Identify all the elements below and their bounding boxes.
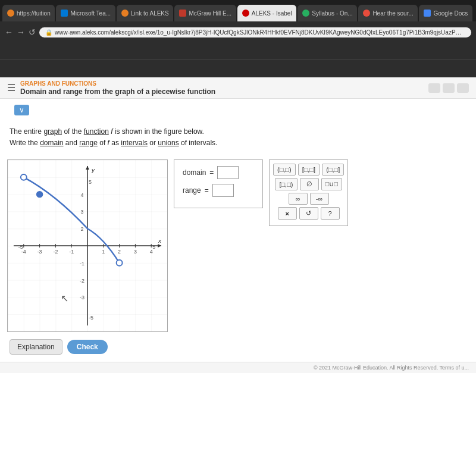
aleks-footer: © 2021 McGraw-Hill Education. All Rights… [0, 362, 476, 373]
tab-label-syllabus: Syllabus - On... [312, 10, 352, 17]
bookmark-bar [0, 43, 476, 60]
tab-ms-teams[interactable]: Microsoft Tea... [56, 5, 115, 21]
url-text: www-awn.aleks.com/alekscgi/x/isl.exe/1o_… [55, 29, 471, 36]
svg-text:4: 4 [81, 192, 84, 198]
tab-mcgraw[interactable]: McGraw Hill E... [174, 5, 236, 21]
symbol-undo[interactable]: ↺ [299, 207, 318, 220]
aleks-page: ☰ GRAPHS AND FUNCTIONS Domain and range … [0, 77, 476, 476]
secure-icon: 🔒 [45, 29, 52, 36]
svg-text:-5: -5 [18, 244, 23, 250]
tab-label-mcgraw: McGraw Hill E... [189, 10, 231, 17]
svg-text:↖: ↖ [61, 294, 68, 304]
problem-line1: The entire graph of the function f is sh… [10, 127, 204, 136]
svg-text:x: x [158, 237, 162, 244]
domain-label: domain [183, 168, 206, 177]
function-graph: -4 -3 -2 -1 1 2 3 4 4 3 2 -1 -2 -3 y x [8, 160, 167, 331]
dropdown-arrow[interactable]: ∨ [14, 105, 29, 115]
problem-text: The entire graph of the function f is sh… [10, 126, 466, 149]
svg-text:-2: -2 [53, 249, 58, 255]
symbol-row-3: ∞ -∞ [273, 193, 344, 205]
check-button[interactable]: Check [67, 340, 108, 354]
svg-text:1: 1 [102, 249, 105, 255]
tab-label-gdocs: Google Docs [433, 10, 468, 17]
tab-favicon-tuition [7, 10, 14, 17]
problem-line2: Write the domain and range of f as inter… [10, 139, 217, 147]
tab-label-ms: Microsoft Tea... [70, 10, 111, 17]
range-input[interactable] [212, 184, 234, 197]
back-button[interactable]: ← [5, 27, 13, 37]
tab-label-tuition: https://tuition [17, 10, 51, 17]
symbol-row-4: × ↺ ? [273, 207, 344, 220]
ctrl-btn-2[interactable] [443, 83, 455, 93]
svg-text:-1: -1 [69, 249, 74, 255]
tab-gdocs[interactable]: Google Docs [419, 5, 472, 21]
symbol-empty-set[interactable]: ∅ [300, 178, 319, 190]
svg-text:2: 2 [118, 249, 121, 255]
tab-favicon-hear [363, 10, 370, 17]
tab-tuition[interactable]: https://tuition [2, 5, 55, 21]
tab-label-hear: Hear the sour... [372, 10, 413, 17]
svg-point-31 [37, 192, 43, 198]
section-label: GRAPHS AND FUNCTIONS [20, 80, 215, 87]
tab-bar: https://tuition Microsoft Tea... Link to… [0, 0, 476, 21]
symbol-union[interactable]: □∪□ [321, 178, 342, 190]
symbol-neg-infinity[interactable]: -∞ [310, 193, 329, 205]
url-bar[interactable]: 🔒www-awn.aleks.com/alekscgi/x/isl.exe/1o… [39, 27, 471, 37]
svg-text:-3: -3 [37, 249, 42, 255]
range-equals: = [205, 186, 209, 195]
main-layout: -4 -3 -2 -1 1 2 3 4 4 3 2 -1 -2 -3 y x [0, 159, 476, 332]
tab-aleks-main[interactable]: ALEKS - Isabel [237, 5, 297, 21]
svg-text:5: 5 [89, 179, 92, 185]
graph-container: -4 -3 -2 -1 1 2 3 4 4 3 2 -1 -2 -3 y x [7, 159, 168, 332]
tab-hear[interactable]: Hear the sour... [358, 5, 418, 21]
symbol-closed-open[interactable]: [□,□) [275, 178, 297, 190]
problem-content: The entire graph of the function f is sh… [0, 121, 476, 159]
aleks-topbar: ☰ GRAPHS AND FUNCTIONS Domain and range … [0, 77, 476, 99]
answer-area: domain = range = [174, 159, 263, 208]
reload-button[interactable]: ↺ [29, 27, 36, 37]
ctrl-btn-1[interactable] [428, 83, 440, 93]
tab-syllabus[interactable]: Syllabus - On... [298, 5, 357, 21]
symbol-palette: (□,□) [□,□] (□,□] [□,□) ∅ □∪□ ∞ -∞ × ↺ ? [269, 159, 348, 226]
tab-favicon-ms [61, 10, 68, 17]
tab-label-aleks: ALEKS - Isabel [252, 10, 292, 17]
tab-favicon-aleks [242, 10, 249, 17]
svg-text:2: 2 [81, 227, 84, 233]
symbol-closed-closed[interactable]: [□,□] [298, 164, 320, 176]
explanation-button[interactable]: Explanation [10, 339, 62, 355]
tab-link-aleks[interactable]: Link to ALEKS [117, 5, 174, 21]
ctrl-btn-3[interactable] [457, 83, 469, 93]
tab-favicon-syllabus [302, 10, 309, 17]
symbol-open-open[interactable]: (□,□) [273, 164, 296, 176]
symbol-row-2: [□,□) ∅ □∪□ [273, 178, 344, 190]
footer-text: © 2021 McGraw-Hill Education. All Rights… [314, 365, 469, 371]
hamburger-icon[interactable]: ☰ [7, 82, 15, 93]
domain-equals: = [209, 168, 214, 177]
page-title: Domain and range from the graph of a pie… [20, 87, 215, 96]
tab-label-link: Link to ALEKS [131, 10, 169, 17]
svg-text:y: y [91, 167, 95, 173]
bottom-actions: Explanation Check [0, 332, 476, 362]
tab-favicon-link [121, 10, 129, 17]
forward-button[interactable]: → [17, 27, 25, 37]
svg-text:3: 3 [81, 209, 84, 215]
svg-point-32 [117, 260, 123, 266]
symbol-row-1: (□,□) [□,□] (□,□] [273, 164, 344, 176]
domain-input[interactable] [217, 166, 239, 179]
svg-text:3: 3 [134, 249, 137, 255]
symbol-clear[interactable]: × [278, 207, 297, 220]
svg-text:-2: -2 [80, 278, 84, 284]
svg-text:-1: -1 [80, 261, 84, 267]
symbol-infinity[interactable]: ∞ [289, 193, 308, 205]
tab-favicon-gdocs [424, 10, 431, 17]
aleks-controls [428, 83, 469, 93]
svg-text:-3: -3 [80, 295, 84, 301]
symbol-help[interactable]: ? [321, 207, 340, 220]
address-bar: ← → ↺ 🔒www-awn.aleks.com/alekscgi/x/isl.… [0, 21, 476, 43]
range-row: range = [183, 184, 254, 197]
symbol-open-closed[interactable]: (□,□] [322, 164, 344, 176]
range-label: range [183, 186, 201, 195]
svg-text:-5: -5 [89, 315, 93, 321]
domain-row: domain = [183, 166, 254, 179]
svg-text:5: 5 [152, 244, 155, 250]
